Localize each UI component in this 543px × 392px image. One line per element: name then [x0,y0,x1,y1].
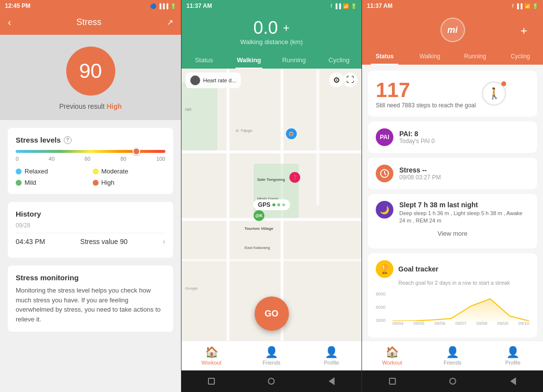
tab-cycling-p3[interactable]: Cycling [498,48,543,65]
x-label-0910: 09/10 [518,321,529,326]
stress-info-p3: Stress -- 09/08 03:27 PM [399,166,441,181]
bluetooth-icon: 🔵 [150,3,156,9]
sleep-title: Slept 7 h 38 m last night [399,201,529,209]
stress-section-p3: Stress -- 09/08 03:27 PM [368,158,537,189]
android-square-p2[interactable] [207,376,216,386]
steps-left: 117 Still need 7883 steps to reach the g… [376,78,476,109]
wifi-icon-p3: 📶 [524,3,530,9]
battery-icon-p2: 🔋 [351,3,357,9]
map-settings-button[interactable]: ⚙ [329,73,344,87]
pai-icon: PAI [376,128,393,146]
history-arrow-icon: › [163,237,165,246]
map-label-kaliurang: East Kaliurang [244,245,270,250]
chart-x-axis: 09/04 09/05 09/06 09/07 09/08 09/09 09/1… [392,321,529,326]
sleep-info: Slept 7 h 38 m last night Deep sleep 1 h… [399,201,529,225]
nav-friends-p2[interactable]: 👤 Friends [241,341,301,370]
stress-slider-thumb [132,147,140,155]
android-back-p2[interactable] [327,376,336,386]
workout-label-p2: Workout [202,360,222,366]
mi-content: 117 Still need 7883 steps to reach the g… [362,65,543,341]
tab-walking[interactable]: Walking [227,51,272,69]
signal-icon-p3: ▐▐ [516,3,522,9]
gps-dot-3 [282,203,285,206]
map-expand-button[interactable]: ⛶ [343,73,358,87]
android-back-p3[interactable] [508,376,518,386]
chart-area: 9000 6000 3000 [376,292,529,331]
pai-section: PAI PAI: 8 Today's PAI 0 [368,122,537,153]
tab-running-p2[interactable]: Running [272,51,317,69]
nav-workout-p3[interactable]: 🏠 Workout [362,341,422,370]
distance-row: 0.0 + [189,18,354,38]
sleep-row: 🌙 Slept 7 h 38 m last night Deep sleep 1… [376,201,529,225]
tab-walking-p3[interactable]: Walking [407,48,452,65]
nav-profile-p2[interactable]: 👤 Profile [302,341,362,370]
gt-title-area: Goal tracker [398,265,439,273]
nav-friends-p3[interactable]: 👤 Friends [422,341,483,370]
walking-panel: 11:37 AM f ▐▐ 📶 🔋 0.0 + Walking distance… [181,0,362,392]
history-stress: Stress value 90 [80,238,128,245]
mi-status-panel: 11:37 AM f ▐▐ 📶 🔋 mi + Status Walking Ru… [362,0,543,392]
map-area[interactable]: ardu ran Jl. Trijugo Sate Tongseng Mbah … [181,69,362,341]
y-label-3000: 3000 [376,318,390,323]
fb-icon: f [331,3,332,9]
gps-dot-1 [272,203,275,206]
goal-tracker-card: 🏆 Goal tracker Reach goal for 2 days in … [368,253,537,338]
view-more-button[interactable]: View more [438,230,467,237]
gps-dot-2 [277,203,280,206]
statusbar-icons-p1: 🔵 ▐▐▐ 🔋 [150,3,176,9]
friends-icon-p3: 👤 [446,346,459,359]
monitoring-title: Stress monitoring [16,273,165,282]
legend-moderate: Moderate [93,168,166,175]
poi-marker-1: 📍 [289,172,300,183]
friends-icon-p2: 👤 [265,346,278,359]
tab-status-p2[interactable]: Status [181,51,227,69]
trophy-icon: 🏆 [376,260,393,278]
steps-card: 117 Still need 7883 steps to reach the g… [368,71,537,117]
signal-icon: ▐▐▐ [158,3,168,9]
workout-icon-p2: 🏠 [205,346,218,359]
history-entry[interactable]: 04:43 PM Stress value 90 › [16,233,165,250]
time-p1: 12:45 PM [5,2,30,9]
tab-running-p3[interactable]: Running [453,48,498,65]
nav-profile-p3[interactable]: 👤 Profile [483,341,543,370]
chart-main: 09/04 09/05 09/06 09/07 09/08 09/09 09/1… [392,292,529,331]
battery-icon-p3: 🔋 [532,3,538,9]
android-home-p3[interactable] [448,376,458,386]
plus-button-p3[interactable]: + [520,24,527,38]
time-p2: 11:37 AM [186,2,212,9]
android-square-p3[interactable] [388,376,397,386]
export-button[interactable]: ↗ [167,18,173,27]
stress-title-p3: Stress -- [399,166,441,174]
tab-cycling-p2[interactable]: Cycling [316,51,362,69]
legend-relaxed: Relaxed [16,168,89,175]
statusbar-p1: 12:45 PM 🔵 ▐▐▐ 🔋 [0,0,181,12]
nav-workout-p2[interactable]: 🏠 Workout [181,341,241,370]
expand-icon[interactable]: ⛶ [343,73,358,87]
go-button[interactable]: GO [255,296,289,331]
stress-scale: 0 40 60 80 100 [16,156,165,162]
gps-indicator: GPS [253,199,290,210]
goal-tracker-title: Goal tracker [398,265,439,273]
settings-icon[interactable]: ⚙ [329,73,344,87]
x-label-0907: 09/07 [455,321,466,326]
stress-number: 90 [79,59,102,83]
stress-svg-icon [380,169,389,178]
sleep-sub: Deep sleep 1 h 36 m , Light sleep 5 h 38… [399,210,529,225]
go-label: GO [264,309,278,319]
mi-logo-text: mi [447,25,458,35]
heart-rate-icon [190,75,200,85]
y-label-6000: 6000 [376,305,390,310]
mi-tabs: Status Walking Running Cycling [362,48,543,65]
pai-info: PAI: 8 Today's PAI 0 [399,130,529,145]
poi-marker-3: @K [254,210,264,221]
android-home-p2[interactable] [266,376,276,386]
profile-label-p2: Profile [324,360,339,366]
previous-result-text: Previous result High [59,102,122,110]
tab-status-p3[interactable]: Status [362,48,407,65]
stress-panel: 12:45 PM 🔵 ▐▐▐ 🔋 ‹ Stress ↗ 90 Previous … [0,0,181,392]
info-icon[interactable]: ? [64,136,72,144]
high-dot [93,180,99,186]
plus-button-p2[interactable]: + [283,21,290,35]
mi-logo: mi [440,18,465,42]
back-button[interactable]: ‹ [8,17,11,28]
